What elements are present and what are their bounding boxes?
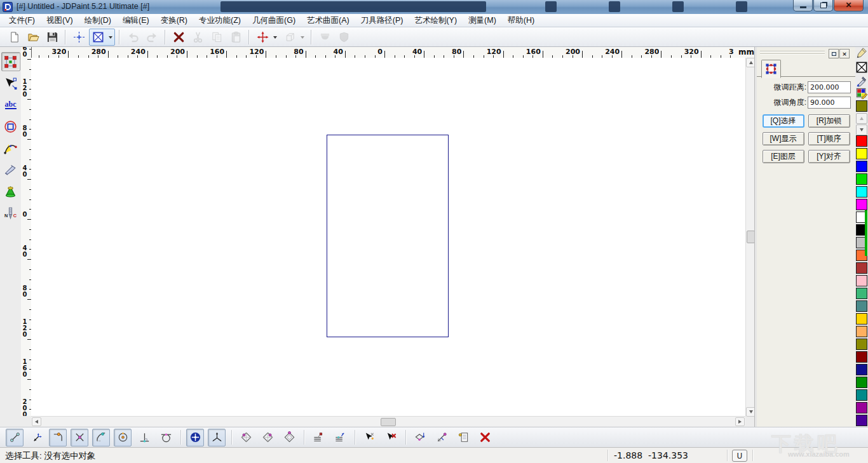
current-color-swatch[interactable] [856, 100, 867, 112]
color-swatch[interactable] [856, 402, 867, 413]
menu-draw[interactable]: 绘制(D) [79, 14, 117, 27]
scroll-right-button[interactable] [735, 417, 745, 426]
color-swatch[interactable] [856, 364, 867, 375]
drawn-rectangle[interactable] [327, 135, 449, 337]
tab-selection[interactable] [761, 60, 781, 78]
pen-color-tool[interactable] [856, 47, 867, 58]
panel-grip[interactable] [760, 53, 825, 55]
color-swatch[interactable] [856, 161, 867, 172]
color-swatch[interactable] [856, 339, 867, 350]
align-button[interactable]: [Y]对齐 [808, 150, 850, 163]
select-mode-button[interactable]: [Q]选择 [763, 114, 804, 128]
color-swatch[interactable] [856, 313, 867, 325]
order-button[interactable]: [T]顺序 [808, 132, 850, 145]
snap-perpendicular-button[interactable] [135, 429, 153, 446]
menu-edit[interactable]: 编辑(E) [117, 14, 155, 27]
color-swatch[interactable] [856, 199, 867, 210]
no-color-button[interactable] [856, 62, 867, 73]
panel-close-button[interactable]: × [839, 49, 850, 58]
relief-3d-tool[interactable] [1, 182, 20, 201]
work-plane-zx-button[interactable] [280, 429, 298, 446]
menu-view[interactable]: 视图(V) [41, 14, 79, 27]
snap-nearest-button[interactable] [27, 429, 45, 446]
lock-button[interactable]: [R]加锁 [808, 114, 850, 128]
work-plane-xy-button[interactable] [237, 429, 255, 446]
node-edit-tool[interactable] [1, 74, 20, 93]
toolpath-nc-tool[interactable]: NC [1, 203, 20, 222]
delete-button[interactable] [170, 29, 187, 45]
save-button[interactable] [44, 29, 60, 45]
drawing-canvas[interactable] [31, 58, 745, 416]
snap-grid-button[interactable] [186, 429, 204, 446]
select-tool[interactable] [1, 52, 20, 71]
shape-tool[interactable] [1, 117, 20, 136]
display-button[interactable]: [W]显示 [763, 132, 804, 145]
color-swatch[interactable] [856, 186, 867, 198]
menu-toolpath[interactable]: 刀具路径(P) [355, 14, 409, 27]
menu-transform[interactable]: 变换(R) [155, 14, 193, 27]
view-axes-button[interactable] [254, 29, 271, 45]
color-swatch[interactable] [856, 148, 867, 159]
nudge-distance-field[interactable] [808, 81, 851, 93]
open-file-button[interactable] [25, 29, 41, 45]
color-swatch[interactable] [856, 415, 867, 426]
rotate-plane-button[interactable] [411, 429, 429, 446]
measure-pick-button[interactable] [433, 429, 451, 446]
snap-tangent-button[interactable] [157, 429, 175, 446]
layer-button[interactable]: [E]图层 [763, 150, 804, 163]
palette-scroll-down-button[interactable] [856, 124, 867, 135]
menu-art-surface[interactable]: 艺术曲面(A) [301, 14, 355, 27]
color-swatch[interactable] [856, 275, 867, 286]
view-3d-button-dropdown[interactable] [298, 29, 306, 45]
knife-tool[interactable] [1, 160, 20, 179]
nudge-angle-field[interactable] [808, 97, 851, 109]
color-swatch[interactable] [856, 135, 867, 147]
panel-grip[interactable] [760, 51, 825, 52]
snap-intersection-button[interactable] [71, 429, 88, 446]
color-swatch[interactable] [856, 288, 867, 299]
restore-button[interactable] [813, 0, 833, 11]
color-swatch[interactable] [856, 300, 867, 312]
selection-mode-button-dropdown[interactable] [106, 29, 114, 45]
menu-pro-functions[interactable]: 专业功能(Z) [193, 14, 247, 27]
pick-clear-button[interactable] [382, 429, 400, 446]
curve-tool[interactable] [1, 138, 20, 158]
snap-quadrant-button[interactable] [92, 429, 110, 446]
selection-mode-button[interactable] [90, 29, 106, 45]
pick-point-button[interactable] [360, 429, 378, 446]
menu-measure[interactable]: 测量(M) [463, 14, 502, 27]
new-document-button[interactable] [6, 29, 22, 45]
canvas-vertical-scrollbar[interactable] [745, 58, 755, 416]
minimize-button[interactable] [793, 0, 813, 11]
color-swatch[interactable] [856, 377, 867, 388]
color-swatch[interactable] [856, 389, 867, 401]
menu-art-draw[interactable]: 艺术绘制(Y) [409, 14, 463, 27]
color-swatch[interactable] [856, 351, 867, 363]
scroll-left-button[interactable] [32, 417, 41, 426]
properties-button[interactable] [454, 429, 472, 446]
color-swatch[interactable] [856, 326, 867, 337]
view-axes-button-dropdown[interactable] [271, 29, 279, 45]
menu-file[interactable]: 文件(F) [3, 14, 41, 27]
snap-corner-button[interactable] [49, 429, 67, 446]
close-button[interactable]: ✕ [834, 0, 864, 11]
move-origin-button[interactable] [71, 29, 87, 45]
color-picker-button[interactable] [856, 76, 867, 87]
menu-geometric-surface[interactable]: 几何曲面(G) [247, 14, 301, 27]
unit-toggle-button[interactable]: U [732, 450, 747, 462]
menu-help[interactable]: 帮助(H) [502, 14, 540, 27]
horizontal-scroll-thumb[interactable] [381, 418, 396, 426]
layer-base-button[interactable] [309, 429, 327, 446]
color-swatch[interactable] [856, 262, 867, 274]
snap-axes-button[interactable] [208, 429, 226, 446]
layer-pick-button[interactable] [331, 429, 349, 446]
snap-center-button[interactable] [114, 429, 132, 446]
cancel-operation-button[interactable] [476, 429, 494, 446]
color-swatch[interactable] [856, 173, 867, 185]
snap-endpoint-button[interactable] [6, 429, 24, 446]
text-tool[interactable]: abc [1, 95, 20, 114]
panel-restore-button[interactable] [829, 49, 839, 58]
work-plane-yz-button[interactable] [259, 429, 276, 446]
palette-edit-button[interactable] [856, 88, 867, 99]
canvas-horizontal-scrollbar[interactable] [31, 416, 745, 426]
